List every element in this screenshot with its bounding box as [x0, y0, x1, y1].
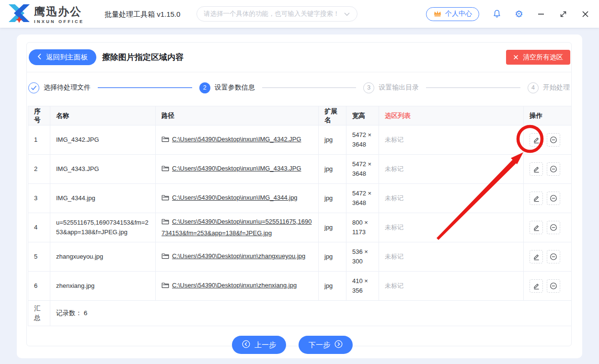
user-center-button[interactable]: 个人中心: [426, 7, 479, 21]
cell-selection-status: 未标记: [379, 155, 524, 184]
logo-subtitle: INXUN OFFICE: [34, 19, 84, 24]
remove-file-button[interactable]: [547, 133, 560, 147]
remove-file-button[interactable]: [547, 162, 560, 176]
edit-selection-button[interactable]: [530, 221, 543, 234]
step-1-label: 选择待处理文件: [44, 83, 91, 92]
cell-actions: [524, 184, 572, 213]
cell-index: 3: [28, 184, 50, 213]
col-ext: 扩展名: [319, 106, 346, 125]
cell-name: zhenxiang.jpg: [50, 272, 156, 301]
table-row: 1IMG_4342.JPGC:\Users\54390\Desktop\inxu…: [28, 125, 572, 155]
remove-file-button[interactable]: [547, 279, 560, 293]
table-row: 3IMG_4344.jpgC:\Users\54390\Desktop\inxu…: [28, 184, 572, 213]
remove-file-button[interactable]: [547, 250, 560, 263]
step-connector: [426, 87, 520, 88]
previous-step-button[interactable]: 上一步: [232, 336, 286, 354]
file-path-link[interactable]: C:\Users\54390\Desktop\inxun\zhangxueyou…: [172, 252, 305, 260]
step-2-number: 2: [199, 82, 210, 93]
cell-size: 800 × 1173: [346, 213, 379, 242]
file-path-link[interactable]: C:\Users\54390\Desktop\inxun\u=525511675…: [161, 218, 311, 237]
col-selection: 选区列表: [379, 106, 524, 125]
cell-actions: [524, 155, 572, 184]
page-header: 返回到主面板 擦除图片指定区域内容 清空所有选区: [27, 43, 571, 72]
search-placeholder: 请选择一个具体的功能，也可输入关键字搜索！: [204, 10, 344, 18]
cell-name: IMG_4344.jpg: [50, 184, 156, 213]
previous-step-label: 上一步: [254, 341, 276, 350]
cell-path: C:\Users\54390\Desktop\inxun\zhenxiang.j…: [156, 272, 319, 301]
remove-file-button[interactable]: [547, 221, 560, 234]
cell-size: 410 × 356: [346, 272, 379, 301]
step-wizard: 选择待处理文件 2 设置参数信息 3 设置输出目录 4 开始处理: [27, 72, 571, 103]
step-4-start-processing: 4 开始处理: [528, 82, 570, 93]
settings-gear-icon[interactable]: ⚙: [508, 0, 530, 28]
col-path: 路径: [156, 106, 319, 125]
next-step-button[interactable]: 下一步: [299, 336, 353, 354]
record-count: 记录数： 6: [50, 301, 572, 326]
step-3-number: 3: [363, 82, 374, 93]
folder-icon: [161, 193, 169, 204]
back-button-label: 返回到主面板: [46, 53, 88, 62]
cell-actions: [524, 125, 572, 155]
cell-ext: jpg: [319, 272, 346, 301]
remove-file-button[interactable]: [547, 192, 560, 205]
close-icon[interactable]: [574, 0, 596, 28]
clear-button-label: 清空所有选区: [523, 53, 563, 62]
edit-selection-button[interactable]: [530, 192, 543, 205]
cell-selection-status: 未标记: [379, 242, 524, 272]
step-2-label: 设置参数信息: [215, 83, 255, 92]
folder-icon: [161, 164, 169, 175]
cell-index: 5: [28, 242, 50, 272]
cell-path: C:\Users\54390\Desktop\inxun\IMG_4344.jp…: [156, 184, 319, 213]
step-connector: [98, 87, 192, 88]
app-logo: 鹰迅办公 INXUN OFFICE: [9, 4, 84, 26]
step-4-label: 开始处理: [543, 83, 570, 92]
cell-actions: [524, 213, 572, 242]
cell-selection-status: 未标记: [379, 184, 524, 213]
maximize-icon[interactable]: [552, 0, 574, 28]
clear-all-selections-button[interactable]: 清空所有选区: [506, 50, 570, 65]
circle-arrow-right-icon: [334, 340, 343, 350]
file-path-link[interactable]: C:\Users\54390\Desktop\inxun\IMG_4342.JP…: [172, 136, 301, 143]
step-3-output-directory: 3 设置输出目录: [363, 82, 419, 93]
cell-ext: jpg: [319, 125, 346, 155]
circle-arrow-left-icon: [242, 340, 250, 350]
cell-selection-status: 未标记: [379, 213, 524, 242]
folder-icon: [161, 281, 169, 292]
step-1-check-icon: [28, 82, 39, 93]
cell-size: 5472 × 3648: [346, 155, 379, 184]
next-step-label: 下一步: [309, 341, 330, 350]
crown-icon: [433, 10, 442, 18]
back-to-dashboard-button[interactable]: 返回到主面板: [29, 49, 96, 65]
cell-actions: [524, 242, 572, 272]
table-row: 5zhangxueyou.jpgC:\Users\54390\Desktop\i…: [28, 242, 572, 272]
step-4-number: 4: [528, 82, 539, 93]
cell-index: 6: [28, 272, 50, 301]
file-path-link[interactable]: C:\Users\54390\Desktop\inxun\IMG_4344.jp…: [172, 194, 298, 201]
cell-name: IMG_4343.JPG: [50, 155, 156, 184]
minimize-icon[interactable]: [530, 0, 552, 28]
cell-selection-status: 未标记: [379, 272, 524, 301]
step-2-set-parameters: 2 设置参数信息: [199, 82, 255, 93]
edit-selection-button[interactable]: [530, 133, 543, 147]
edit-selection-button[interactable]: [530, 279, 543, 293]
folder-icon: [161, 217, 169, 228]
function-search-select[interactable]: 请选择一个具体的功能，也可输入关键字搜索！: [196, 6, 357, 22]
cell-ext: jpg: [319, 213, 346, 242]
notification-bell-icon[interactable]: [486, 0, 508, 28]
file-path-link[interactable]: C:\Users\54390\Desktop\inxun\zhenxiang.j…: [172, 282, 297, 289]
folder-icon: [161, 252, 169, 262]
table-header-row: 序号 名称 路径 扩展名 宽高 选区列表 操作: [28, 106, 572, 125]
cell-path: C:\Users\54390\Desktop\inxun\IMG_4343.JP…: [156, 155, 319, 184]
edit-selection-button[interactable]: [530, 162, 543, 176]
cell-actions: [524, 272, 572, 301]
app-title: 批量处理工具箱 v1.15.0: [104, 10, 180, 19]
cell-path: C:\Users\54390\Desktop\inxun\u=525511675…: [156, 213, 319, 242]
cell-ext: jpg: [319, 155, 346, 184]
folder-icon: [161, 135, 169, 146]
col-action: 操作: [524, 106, 572, 125]
edit-selection-button[interactable]: [530, 250, 543, 263]
cell-ext: jpg: [319, 184, 346, 213]
file-path-link[interactable]: C:\Users\54390\Desktop\inxun\IMG_4343.JP…: [172, 165, 301, 172]
logo-title: 鹰迅办公: [34, 6, 84, 17]
wizard-nav: 上一步 下一步: [10, 336, 575, 354]
